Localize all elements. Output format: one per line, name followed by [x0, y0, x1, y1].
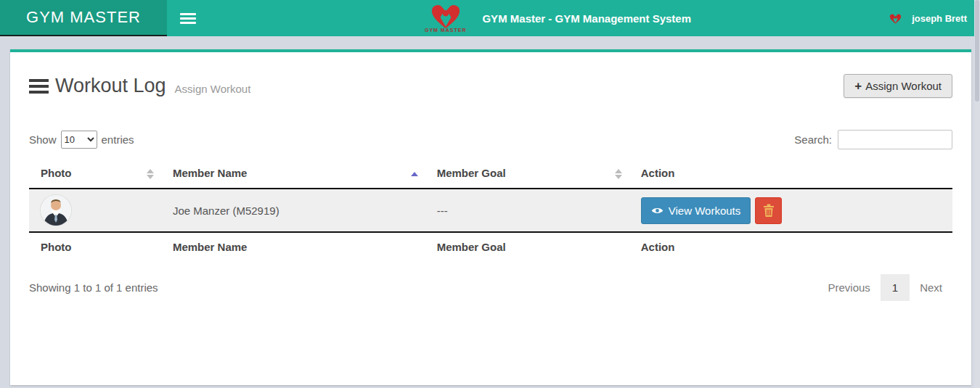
workout-log-table: Photo Member Name Member Goal — [29, 160, 952, 261]
view-workouts-button[interactable]: View Workouts — [641, 197, 751, 224]
table-footer-row: Photo Member Name Member Goal Action — [29, 232, 952, 261]
page-menu-icon[interactable] — [29, 76, 49, 96]
action-cell: View Workouts — [629, 189, 952, 232]
pagination: Previous 1 Next — [817, 274, 952, 301]
scrollbar-thumb[interactable] — [975, 0, 979, 102]
brand-label: GYM MASTER — [26, 8, 141, 27]
page-subtitle: Assign Workout — [175, 77, 251, 95]
previous-page-button[interactable]: Previous — [817, 274, 880, 301]
column-header-member-name[interactable]: Member Name — [161, 160, 425, 189]
photo-cell — [29, 189, 161, 232]
column-header-action: Action — [629, 160, 952, 189]
column-header-member-goal[interactable]: Member Goal — [425, 160, 629, 189]
page-length-select[interactable]: 10 — [61, 131, 97, 149]
app-title: GYM Master - GYM Management System — [482, 12, 691, 25]
brand-block[interactable]: GYM MASTER — [0, 0, 167, 36]
top-navbar: GYM MASTER GYM MASTER GYM Master - GYM M… — [0, 0, 980, 36]
footer-action: Action — [629, 232, 952, 261]
table-info-row: Showing 1 to 1 of 1 entries Previous 1 N… — [29, 274, 952, 301]
member-name-cell: Joe Manzer (M52919) — [161, 189, 425, 232]
column-header-photo[interactable]: Photo — [29, 160, 161, 189]
vertical-scrollbar[interactable] — [974, 0, 980, 388]
sort-asc-icon — [411, 172, 418, 176]
navbar-center: GYM MASTER GYM Master - GYM Management S… — [425, 0, 691, 36]
logo-caption: GYM MASTER — [425, 28, 466, 33]
view-workouts-label: View Workouts — [669, 205, 741, 217]
assign-workout-button-label: Assign Workout — [865, 80, 942, 92]
user-mini-logo — [889, 14, 902, 23]
navbar-user-area[interactable]: joseph Brett — [889, 0, 967, 36]
sort-both-icon — [147, 169, 154, 179]
content-panel: Workout Log Assign Workout + Assign Work… — [10, 49, 971, 385]
search-input[interactable] — [838, 130, 952, 149]
logged-in-user: joseph Brett — [912, 13, 967, 24]
search-label: Search: — [794, 133, 832, 146]
table-header-row: Photo Member Name Member Goal — [29, 160, 952, 189]
entries-label: entries — [102, 133, 134, 146]
heart-mini-icon — [889, 14, 902, 24]
heart-logo-icon — [430, 4, 462, 29]
footer-photo: Photo — [29, 232, 161, 261]
member-goal-cell: --- — [425, 189, 629, 232]
member-avatar — [41, 195, 71, 226]
eye-icon — [651, 206, 663, 215]
delete-button[interactable] — [755, 197, 782, 224]
next-page-button[interactable]: Next — [910, 274, 952, 301]
plus-icon: + — [854, 80, 862, 92]
footer-member-name: Member Name — [161, 232, 425, 261]
search-area: Search: — [794, 130, 952, 149]
trash-icon — [763, 204, 775, 217]
sort-both-icon — [615, 169, 622, 179]
sidebar-toggle-icon[interactable] — [180, 11, 196, 26]
footer-member-goal: Member Goal — [425, 232, 629, 261]
assign-workout-button[interactable]: + Assign Workout — [844, 74, 952, 98]
table-controls: Show 10 entries Search: — [29, 130, 952, 149]
table-row: Joe Manzer (M52919) --- View Workouts — [29, 189, 952, 232]
show-label: Show — [29, 133, 57, 146]
page-number-button[interactable]: 1 — [881, 274, 910, 301]
entries-info: Showing 1 to 1 of 1 entries — [29, 281, 158, 294]
page-title: Workout Log — [55, 75, 166, 97]
page-header: Workout Log Assign Workout + Assign Work… — [29, 52, 952, 98]
gym-master-logo: GYM MASTER — [425, 4, 466, 33]
